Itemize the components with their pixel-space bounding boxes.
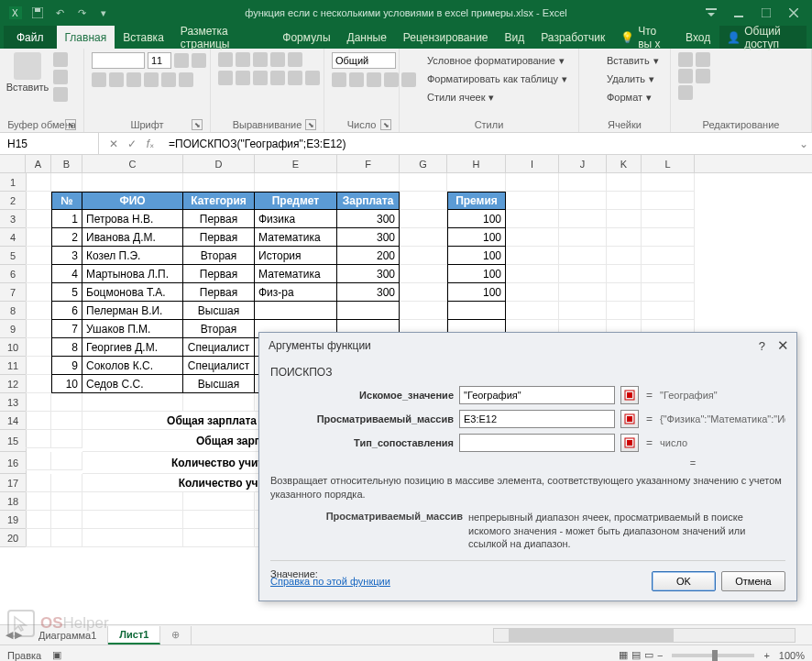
cell-cat-5[interactable]: Высшая [183, 302, 255, 320]
formula-input[interactable]: =ПОИСКПОЗ("География";E3:E12) [165, 138, 799, 150]
cell[interactable] [400, 283, 447, 302]
cell[interactable] [642, 265, 695, 283]
align-launcher[interactable]: ⬊ [305, 119, 316, 130]
cell-cat-0[interactable]: Первая [183, 210, 255, 228]
cell-subj-2[interactable]: История [255, 247, 337, 265]
cell[interactable] [400, 265, 447, 283]
cell[interactable] [51, 492, 82, 511]
cell-prem-3[interactable]: 100 [447, 265, 506, 283]
increase-font-icon[interactable] [174, 53, 189, 68]
macro-record-icon[interactable]: ▣ [52, 649, 61, 661]
insert-function-icon[interactable]: fₓ [143, 138, 158, 150]
cell-sal-5[interactable] [337, 302, 400, 320]
cell[interactable] [607, 247, 642, 265]
row-20[interactable]: 20 [0, 529, 26, 547]
select-all-button[interactable] [0, 155, 26, 173]
clear-icon[interactable] [678, 85, 693, 100]
align-top-icon[interactable] [218, 52, 233, 67]
view-normal-icon[interactable]: ▦ [619, 649, 628, 661]
cell-prem-1[interactable]: 100 [447, 228, 506, 247]
cell[interactable] [607, 265, 642, 283]
cell[interactable] [51, 173, 82, 192]
cell[interactable] [26, 511, 51, 529]
row-8[interactable]: 8 [0, 302, 26, 320]
row-5[interactable]: 5 [0, 247, 26, 265]
col-D[interactable]: D [183, 155, 255, 172]
tab-view[interactable]: Вид [497, 26, 533, 49]
cell[interactable] [26, 474, 51, 492]
cell[interactable] [183, 393, 255, 412]
view-page-break-icon[interactable]: ▭ [644, 649, 653, 661]
cell-fio-0[interactable]: Петрова Н.В. [82, 210, 183, 228]
cell-prem-0[interactable]: 100 [447, 210, 506, 228]
row-19[interactable]: 19 [0, 511, 26, 529]
cell-n-1[interactable]: 2 [51, 228, 82, 247]
col-E[interactable]: E [255, 155, 337, 172]
orientation-icon[interactable] [270, 52, 285, 67]
font-name-input[interactable] [92, 52, 145, 69]
cell[interactable] [506, 247, 559, 265]
arg-input-0[interactable] [459, 386, 615, 404]
sort-filter-icon[interactable] [696, 52, 710, 67]
name-box[interactable]: H15 [0, 133, 99, 154]
font-color-icon[interactable] [179, 72, 193, 87]
align-right-icon[interactable] [253, 71, 268, 85]
cell-subj-1[interactable]: Математика [255, 228, 337, 247]
cell-sal-3[interactable]: 300 [337, 265, 400, 283]
cell[interactable] [51, 511, 82, 529]
cell-sal-0[interactable]: 300 [337, 210, 400, 228]
col-F[interactable]: F [337, 155, 400, 172]
cell[interactable] [51, 529, 82, 547]
range-picker-icon-1[interactable] [620, 410, 639, 428]
cell[interactable] [255, 173, 337, 192]
tab-insert[interactable]: Вставка [115, 26, 172, 49]
cell[interactable] [26, 247, 51, 265]
cell-n-2[interactable]: 3 [51, 247, 82, 265]
cell[interactable] [337, 173, 400, 192]
find-select-icon[interactable] [696, 69, 710, 83]
row-3[interactable]: 3 [0, 210, 26, 228]
cell[interactable] [400, 192, 447, 210]
cell[interactable] [607, 283, 642, 302]
cell[interactable] [506, 228, 559, 247]
cell-subj-0[interactable]: Физика [255, 210, 337, 228]
tell-me[interactable]: 💡Что вы х [613, 26, 676, 49]
col-G[interactable]: G [400, 155, 447, 172]
cell-styles-button[interactable]: Стили ячеек ▾ [407, 89, 498, 105]
cell-sal-2[interactable]: 200 [337, 247, 400, 265]
cell-fio-2[interactable]: Козел П.Э. [82, 247, 183, 265]
clipboard-launcher[interactable]: ⬊ [65, 119, 76, 130]
cut-icon[interactable] [53, 52, 68, 67]
cell[interactable] [559, 228, 607, 247]
row-7[interactable]: 7 [0, 283, 26, 302]
dialog-close-icon[interactable]: ✕ [777, 337, 789, 354]
cell-cat-6[interactable]: Вторая [183, 320, 255, 338]
italic-icon[interactable] [109, 72, 124, 87]
copy-icon[interactable] [53, 70, 68, 84]
row-13[interactable]: 13 [0, 393, 26, 412]
range-picker-icon-0[interactable] [620, 386, 639, 404]
cell[interactable] [26, 529, 51, 547]
align-left-icon[interactable] [218, 71, 233, 85]
number-launcher[interactable]: ⬊ [380, 119, 391, 130]
row-2[interactable]: 2 [0, 192, 26, 210]
cell[interactable] [400, 302, 447, 320]
cell-cat-3[interactable]: Первая [183, 265, 255, 283]
cell-cat-8[interactable]: Специалист [183, 357, 255, 375]
zoom-in-icon[interactable]: + [763, 650, 769, 661]
align-middle-icon[interactable] [236, 52, 250, 67]
cell[interactable] [26, 302, 51, 320]
qat-more-icon[interactable]: ▾ [95, 5, 112, 21]
save-icon[interactable] [29, 5, 46, 21]
cell[interactable] [559, 192, 607, 210]
autosum-icon[interactable] [678, 52, 693, 67]
th-sal[interactable]: Зарплата [337, 192, 400, 210]
th-fio[interactable]: ФИО [82, 192, 183, 210]
font-size-input[interactable] [148, 52, 171, 69]
cancel-button[interactable]: Отмена [721, 571, 785, 591]
cell[interactable] [183, 173, 255, 192]
ok-button[interactable]: OK [652, 571, 716, 591]
tab-developer[interactable]: Разработчик [532, 26, 613, 49]
cell[interactable] [642, 192, 695, 210]
col-H[interactable]: H [447, 155, 506, 172]
